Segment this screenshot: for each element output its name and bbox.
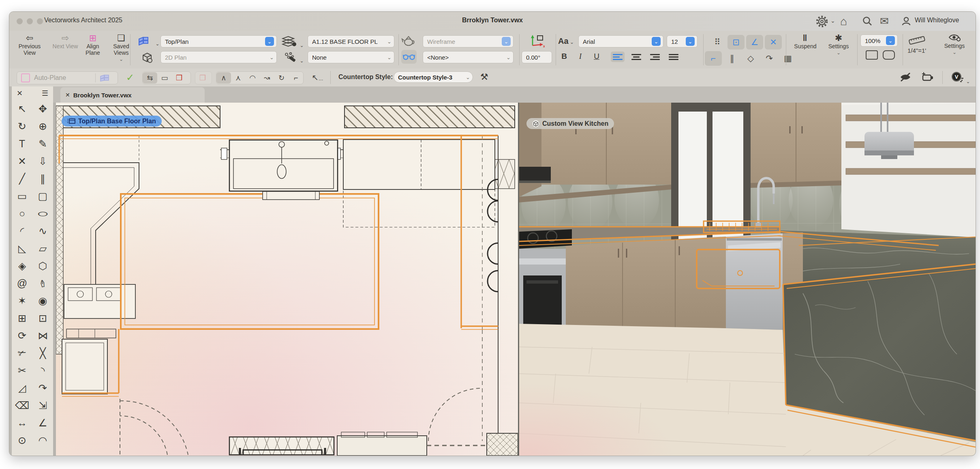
mode-extrude-icon[interactable]: ❒ — [172, 72, 186, 84]
push-pull-mode-button[interactable]: ❒ — [195, 71, 212, 84]
font-family-dropdown[interactable]: Arial ⌄ — [578, 35, 663, 47]
plan-view-label[interactable]: Top/Plan Base Floor Plan — [62, 116, 162, 127]
snap-smart-edge-icon[interactable]: ∥ — [723, 51, 740, 66]
rotation-field[interactable]: 0.00° — [522, 51, 552, 63]
align-justify-button[interactable] — [667, 52, 680, 62]
snap-settings-button[interactable]: ✱ Settings ⌄ — [823, 33, 854, 56]
callout-tool[interactable]: ✎ — [32, 135, 53, 153]
split-tool[interactable]: ╳ — [32, 344, 53, 362]
cloud-services-button[interactable] — [816, 15, 828, 29]
vertex-point-icon[interactable]: ⋏ — [231, 72, 246, 84]
double-line-tool[interactable]: ∥ — [32, 170, 53, 187]
projection-dropdown[interactable]: 2D Plan ⌄ — [160, 51, 277, 63]
font-size-dropdown[interactable]: 12 ⌄ — [667, 35, 698, 47]
delete-tool[interactable]: ✕ — [12, 153, 32, 170]
align-left-button[interactable] — [611, 52, 625, 62]
tab-close-icon[interactable]: ✕ — [65, 92, 70, 98]
magic-wand-tool[interactable]: ✶ — [12, 292, 32, 310]
hide-details-button[interactable] — [899, 72, 912, 84]
rectangle-tool[interactable]: ▭ — [12, 187, 32, 205]
snap-smart-point-icon[interactable]: ⌐ — [705, 51, 722, 66]
resize-tool[interactable]: ⇲ — [32, 397, 53, 414]
eraser-tool[interactable]: ⌫ — [12, 397, 32, 414]
move-by-points-tool[interactable]: ⊞ — [12, 310, 32, 327]
mirror-tool[interactable]: ⋈ — [32, 327, 53, 344]
flyover-tool[interactable]: ↻ — [12, 118, 32, 135]
fillet-tool[interactable]: ◝ — [32, 362, 53, 379]
home-button[interactable]: ⌂ — [840, 15, 847, 28]
layer-options-button[interactable]: ⌄ — [282, 36, 304, 49]
knife-tool[interactable]: ✃ — [12, 344, 32, 362]
selection-tool[interactable]: ↖ — [12, 100, 32, 118]
rounded-rectangle-tool[interactable]: ▢ — [32, 187, 53, 205]
bold-button[interactable]: B — [558, 50, 570, 62]
vertex-arc-icon[interactable]: ◠ — [245, 72, 260, 84]
search-button[interactable] — [862, 16, 873, 28]
class-dropdown[interactable]: None ⌄ — [308, 51, 394, 63]
mode-rectangle-icon[interactable]: ▭ — [157, 72, 172, 84]
freehand-tool[interactable]: ∿ — [32, 222, 53, 240]
line-tool[interactable]: ╱ — [12, 170, 32, 187]
auto-plane-control[interactable]: Auto-Plane — [17, 71, 118, 84]
account-button[interactable] — [901, 16, 912, 28]
snap-distance-icon[interactable]: ◇ — [742, 51, 759, 66]
data-visualization-dropdown[interactable]: <None> ⌄ — [423, 51, 514, 63]
confirm-checkmark[interactable]: ✓ — [126, 72, 134, 83]
messages-button[interactable]: ✉ — [880, 15, 889, 28]
scale-button[interactable]: 1/4"=1' — [907, 35, 926, 54]
palette-close-button[interactable]: ✕ — [17, 89, 23, 98]
fit-to-page-button[interactable] — [863, 50, 881, 61]
snap-intersection-icon[interactable]: ✕ — [765, 35, 782, 49]
reshape-tool[interactable]: ⊡ — [32, 310, 53, 327]
view-mode-dropdown[interactable]: Top/Plan ⌄ — [160, 35, 277, 47]
zoom-tool[interactable]: ⊕ — [32, 118, 53, 135]
vertex-corner-icon[interactable]: ∧ — [216, 72, 231, 84]
data-visualization-button[interactable] — [401, 50, 417, 64]
suspend-button[interactable]: ‖ Suspend — [790, 33, 821, 49]
vertex-radius-icon[interactable]: ↻ — [274, 72, 289, 84]
render-view-pane[interactable]: Custom View Kitchen — [519, 103, 976, 456]
options-arrow-button[interactable]: ↖… — [312, 73, 324, 82]
working-plane-button[interactable]: x — [529, 34, 545, 49]
version-badge-button[interactable]: V ⌄ — [950, 71, 970, 85]
rotate-tool[interactable]: ⟳ — [12, 327, 32, 344]
align-center-button[interactable] — [629, 52, 643, 62]
snap-grid-icon[interactable]: ⠿ — [709, 35, 726, 49]
render-mode-icon-button[interactable] — [401, 35, 416, 49]
palette-menu-button[interactable]: ☰ — [42, 89, 48, 98]
zoom-level-dropdown[interactable]: 100% ⌄ — [860, 34, 898, 47]
align-right-button[interactable] — [648, 52, 662, 62]
plan-view-pane[interactable]: Top/Plan Base Floor Plan — [56, 103, 518, 456]
render-view-label[interactable]: Custom View Kitchen — [526, 118, 614, 129]
add-camera-view-button[interactable] — [920, 72, 934, 84]
italic-button[interactable]: I — [574, 50, 586, 62]
style-tools-button[interactable]: ⚒ — [480, 72, 488, 82]
countertop-style-dropdown[interactable]: Countertop Style-3 ⌄ — [394, 71, 473, 83]
spiral-tool[interactable]: @ — [12, 275, 32, 292]
vertex-bezier-icon[interactable]: ↝ — [260, 72, 274, 84]
arc-dimension-tool[interactable]: ◠ — [32, 432, 53, 449]
saved-views-button[interactable]: ❏ Saved Views ⌄ — [107, 33, 135, 62]
text-style-button[interactable]: Aa ⌄ — [558, 37, 574, 46]
fit-to-objects-button[interactable] — [880, 50, 898, 61]
align-plane-button[interactable]: ⊞ Align Plane — [79, 33, 107, 56]
vertex-tangent-icon[interactable]: ⌐ — [289, 72, 303, 84]
3d-polygon-tool[interactable]: ◈ — [12, 257, 32, 275]
layer-dropdown[interactable]: A1.12 BASE FLOOR PL ⌄ — [308, 35, 394, 47]
angular-dimension-tool[interactable]: ∠ — [32, 414, 53, 432]
snap-angle-icon[interactable]: ∠ — [746, 35, 763, 49]
render-mode-dropdown[interactable]: Wireframe ⌄ — [423, 35, 514, 47]
class-options-button[interactable]: ⌄ — [283, 52, 304, 64]
trim-tool[interactable]: ✂ — [12, 362, 32, 379]
document-tab[interactable]: ✕ Brooklyn Tower.vwx — [60, 87, 205, 103]
text-tool[interactable]: T — [12, 135, 32, 153]
polygon-tool[interactable]: ◺ — [12, 240, 32, 257]
next-view-button[interactable]: ⇨ Next View — [51, 33, 79, 49]
arc-tool[interactable]: ◜ — [12, 222, 32, 240]
previous-view-button[interactable]: ⇦ Previous View — [16, 33, 43, 56]
fit-to-objects-tool[interactable]: ⇩ — [32, 153, 53, 170]
snap-object-icon[interactable]: ⊡ — [728, 35, 745, 49]
dimension-tool[interactable]: ↔ — [12, 414, 32, 432]
view-settings-button[interactable]: Settings ⌄ — [939, 33, 970, 56]
extend-tool[interactable]: ↷ — [32, 379, 53, 397]
